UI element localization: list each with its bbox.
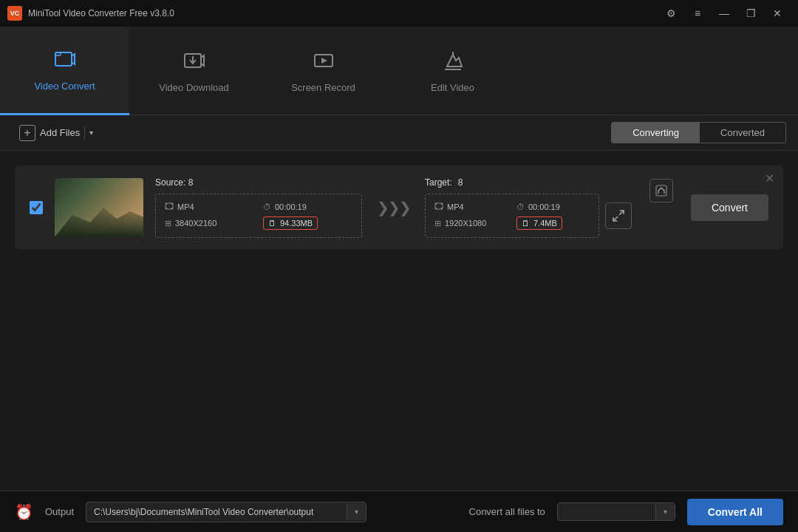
svg-rect-15 bbox=[441, 203, 443, 205]
convert-button[interactable]: Convert bbox=[691, 194, 768, 221]
bottom-bar: ⏰ Output C:\Users\bj\Documents\MiniTool … bbox=[0, 491, 798, 532]
target-duration-row: ⏱ 00:00:19 bbox=[516, 202, 590, 212]
source-duration: 00:00:19 bbox=[275, 202, 307, 211]
svg-rect-11 bbox=[166, 208, 167, 209]
video-convert-icon bbox=[53, 47, 77, 75]
svg-rect-16 bbox=[435, 208, 437, 209]
file-info: Source: 8 MP4 ⏱ 00:00:19 ⊞ bbox=[155, 177, 632, 238]
card-close-button[interactable]: ✕ bbox=[765, 173, 774, 185]
svg-rect-0 bbox=[55, 52, 72, 66]
edit-video-icon bbox=[441, 49, 465, 76]
title-bar: VC MiniTool Video Converter Free v3.8.0 … bbox=[0, 0, 798, 27]
resolution-icon: ⊞ bbox=[165, 219, 171, 228]
convert-all-files-label: Convert all files to bbox=[469, 506, 545, 517]
view-switcher: Converting Converted bbox=[611, 122, 786, 143]
source-format: MP4 bbox=[177, 202, 194, 211]
app-logo: VC bbox=[7, 6, 22, 21]
source-resolution: 3840X2160 bbox=[175, 219, 216, 228]
nav-tab-screen-record[interactable]: Screen Record bbox=[259, 27, 388, 115]
source-block: Source: 8 MP4 ⏱ 00:00:19 ⊞ bbox=[155, 177, 362, 238]
target-size-badge: 🗒 7.4MB bbox=[516, 216, 562, 230]
output-path-text: C:\Users\bj\Documents\MiniTool Video Con… bbox=[86, 502, 347, 522]
svg-rect-17 bbox=[441, 208, 443, 209]
nav-bar: Video Convert Video Download Screen Reco… bbox=[0, 27, 798, 115]
output-path-selector[interactable]: C:\Users\bj\Documents\MiniTool Video Con… bbox=[86, 502, 366, 522]
source-details: MP4 ⏱ 00:00:19 ⊞ 3840X2160 🗒 94.33MB bbox=[155, 194, 362, 238]
target-resolution: 1920X1080 bbox=[445, 219, 486, 228]
target-block: Target: 8 MP4 ⏱ 00:00:19 bbox=[425, 177, 632, 238]
svg-rect-14 bbox=[435, 203, 437, 205]
edit-icon-button[interactable] bbox=[649, 179, 673, 202]
source-size-row: 🗒 94.33MB bbox=[263, 216, 352, 230]
add-files-label: Add Files bbox=[40, 127, 80, 138]
video-download-label: Video Download bbox=[159, 82, 228, 93]
target-size: 7.4MB bbox=[533, 219, 557, 228]
svg-rect-1 bbox=[55, 52, 61, 55]
source-resolution-row: ⊞ 3840X2160 bbox=[165, 216, 254, 230]
file-card: Source: 8 MP4 ⏱ 00:00:19 ⊞ bbox=[15, 166, 783, 250]
target-clock-icon: ⏱ bbox=[516, 202, 525, 211]
nav-tab-video-convert[interactable]: Video Convert bbox=[0, 27, 129, 115]
screen-record-label: Screen Record bbox=[291, 82, 355, 93]
target-format-row: MP4 bbox=[434, 202, 508, 212]
target-film-icon bbox=[434, 202, 443, 212]
arrows-icon: ❯❯❯ bbox=[377, 199, 410, 216]
nav-tab-edit-video[interactable]: Edit Video bbox=[388, 27, 517, 115]
arrows-block: ❯❯❯ bbox=[371, 199, 416, 216]
source-label: Source: 8 bbox=[155, 177, 362, 188]
main-content: Source: 8 MP4 ⏱ 00:00:19 ⊞ bbox=[0, 151, 798, 491]
file-checkbox[interactable] bbox=[30, 201, 43, 214]
source-duration-row: ⏱ 00:00:19 bbox=[263, 202, 352, 212]
svg-rect-9 bbox=[166, 203, 167, 205]
minimize-button[interactable]: — bbox=[711, 0, 737, 27]
target-resolution-icon: ⊞ bbox=[434, 219, 441, 228]
output-clock-icon: ⏰ bbox=[15, 503, 33, 521]
target-format: MP4 bbox=[447, 202, 464, 211]
target-size-icon: 🗒 bbox=[522, 219, 530, 228]
converted-tab[interactable]: Converted bbox=[700, 123, 785, 143]
video-convert-label: Video Convert bbox=[34, 81, 95, 92]
thumbnail-image bbox=[55, 178, 143, 237]
menu-button[interactable]: ≡ bbox=[684, 0, 711, 27]
svg-line-18 bbox=[619, 211, 624, 215]
add-files-plus-icon: + bbox=[19, 125, 35, 141]
target-details: MP4 ⏱ 00:00:19 ⊞ 1920X1080 🗒 bbox=[425, 194, 599, 238]
source-size: 94.33MB bbox=[280, 219, 313, 228]
settings-button[interactable]: ⚙ bbox=[658, 0, 684, 27]
add-files-button[interactable]: + Add Files ▾ bbox=[12, 120, 105, 146]
svg-marker-5 bbox=[321, 58, 327, 64]
app-title: MiniTool Video Converter Free v3.8.0 bbox=[28, 8, 658, 18]
resize-button[interactable] bbox=[605, 202, 632, 229]
source-size-badge: 🗒 94.33MB bbox=[263, 216, 318, 230]
target-inner: MP4 ⏱ 00:00:19 ⊞ 1920X1080 🗒 bbox=[425, 194, 632, 238]
source-format-row: MP4 bbox=[165, 202, 254, 212]
close-button[interactable]: ✕ bbox=[764, 0, 791, 27]
svg-rect-20 bbox=[656, 185, 666, 196]
convert-all-format-arrow-icon[interactable]: ▾ bbox=[655, 503, 675, 520]
screen-record-icon bbox=[312, 49, 335, 76]
convert-all-button[interactable]: Convert All bbox=[687, 499, 783, 525]
svg-rect-12 bbox=[171, 208, 173, 209]
film-icon bbox=[165, 202, 174, 212]
target-resolution-row: ⊞ 1920X1080 bbox=[434, 216, 508, 230]
clock-icon: ⏱ bbox=[263, 202, 271, 211]
convert-all-format-dropdown[interactable]: ▾ bbox=[557, 502, 675, 521]
video-download-icon bbox=[183, 49, 206, 76]
svg-rect-10 bbox=[171, 203, 173, 205]
file-thumbnail bbox=[55, 178, 143, 237]
edit-video-label: Edit Video bbox=[431, 82, 474, 93]
source-size-icon: 🗒 bbox=[268, 219, 276, 228]
target-size-row: 🗒 7.4MB bbox=[516, 216, 590, 230]
target-label: Target: 8 bbox=[425, 177, 632, 188]
svg-line-19 bbox=[613, 216, 618, 221]
output-path-dropdown-icon[interactable]: ▾ bbox=[347, 503, 366, 520]
output-label: Output bbox=[45, 506, 74, 517]
target-duration: 00:00:19 bbox=[528, 202, 560, 211]
convert-all-format-text bbox=[558, 508, 655, 516]
restore-button[interactable]: ❐ bbox=[737, 0, 764, 27]
add-files-dropdown-icon[interactable]: ▾ bbox=[84, 126, 98, 140]
toolbar: + Add Files ▾ Converting Converted bbox=[0, 115, 798, 151]
converting-tab[interactable]: Converting bbox=[612, 123, 700, 143]
nav-tab-video-download[interactable]: Video Download bbox=[129, 27, 259, 115]
